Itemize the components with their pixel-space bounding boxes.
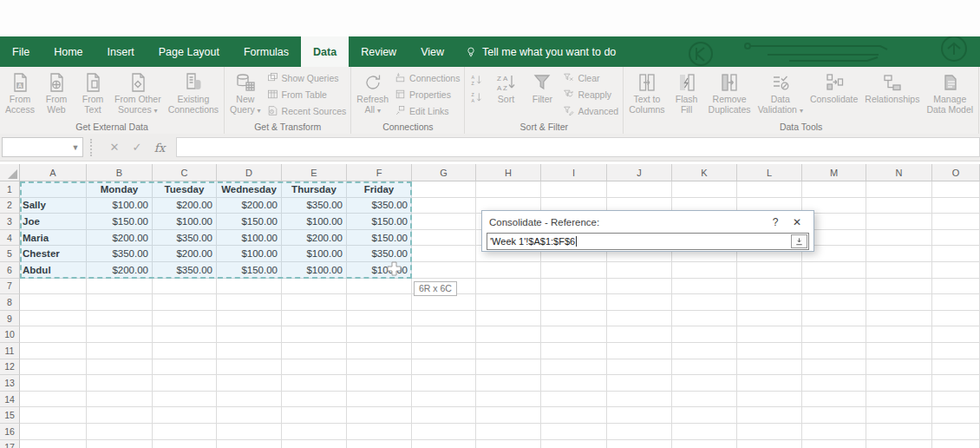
cell-B8[interactable] <box>87 294 153 311</box>
cell-M13[interactable] <box>802 375 866 392</box>
cell-I13[interactable] <box>541 375 607 392</box>
cell-M7[interactable] <box>802 279 866 295</box>
flash-fill-button[interactable]: FlashFill <box>669 69 705 121</box>
cell-L7[interactable] <box>737 279 802 295</box>
cell-B2[interactable]: $100.00 <box>87 198 153 214</box>
filter-button[interactable]: Filter <box>524 69 560 121</box>
column-header-F[interactable]: F <box>347 164 412 181</box>
cell-B14[interactable] <box>87 392 153 408</box>
cell-F12[interactable] <box>347 359 412 376</box>
cell-N6[interactable] <box>866 262 932 279</box>
cell-A4[interactable]: Maria <box>20 230 87 247</box>
cell-N16[interactable] <box>866 424 932 440</box>
cell-B13[interactable] <box>87 375 153 392</box>
cell-G1[interactable] <box>412 181 476 198</box>
cell-A13[interactable] <box>20 375 87 392</box>
cell-F8[interactable] <box>347 294 412 311</box>
cell-E14[interactable] <box>282 392 347 408</box>
cell-G12[interactable] <box>412 359 476 376</box>
cell-J10[interactable] <box>607 326 672 343</box>
clear-button[interactable]: Clear <box>563 71 618 84</box>
cell-H1[interactable] <box>476 181 541 198</box>
properties-button[interactable]: Properties <box>395 88 460 101</box>
cell-F5[interactable]: $350.00 <box>347 246 412 262</box>
cell-A14[interactable] <box>20 392 87 408</box>
cell-E16[interactable] <box>282 424 347 440</box>
cell-A1[interactable] <box>20 181 87 198</box>
reapply-button[interactable]: Reapply <box>563 88 618 101</box>
row-header-10[interactable]: 10 <box>0 326 20 343</box>
cell-K11[interactable] <box>672 343 737 359</box>
cell-E9[interactable] <box>282 311 347 327</box>
from-other-sources-button[interactable]: From OtherSources ▾ <box>111 69 165 121</box>
row-header-4[interactable]: 4 <box>0 230 20 247</box>
cell-N1[interactable] <box>866 181 932 198</box>
cell-K10[interactable] <box>672 326 737 343</box>
cell-E17[interactable] <box>282 440 347 448</box>
cell-B15[interactable] <box>87 407 153 424</box>
cell-F11[interactable] <box>347 343 412 359</box>
cancel-button[interactable]: ✕ <box>103 138 126 156</box>
cell-C4[interactable]: $350.00 <box>153 230 217 247</box>
formula-input[interactable] <box>176 137 980 157</box>
cell-M16[interactable] <box>802 424 866 440</box>
cell-B9[interactable] <box>87 311 153 327</box>
cell-B3[interactable]: $150.00 <box>87 214 153 230</box>
cell-N14[interactable] <box>866 392 932 408</box>
row-header-7[interactable]: 7 <box>0 279 20 295</box>
cell-D15[interactable] <box>217 407 282 424</box>
cell-K16[interactable] <box>672 424 737 440</box>
row-header-6[interactable]: 6 <box>0 262 20 279</box>
consolidate-button[interactable]: Consolidate <box>807 69 861 121</box>
cell-G2[interactable] <box>412 198 476 214</box>
cell-A10[interactable] <box>20 326 87 343</box>
show-queries-button[interactable]: Show Queries <box>267 71 347 84</box>
cell-A7[interactable] <box>20 279 87 295</box>
cell-H10[interactable] <box>476 326 541 343</box>
enter-button[interactable]: ✓ <box>126 138 148 156</box>
cell-E11[interactable] <box>282 343 347 359</box>
cell-H9[interactable] <box>476 311 541 327</box>
column-header-O[interactable]: O <box>932 164 980 181</box>
cell-O16[interactable] <box>932 424 980 440</box>
cell-O17[interactable] <box>932 440 980 448</box>
cell-O5[interactable] <box>932 246 980 262</box>
cell-L14[interactable] <box>737 392 802 408</box>
refresh-all-button[interactable]: RefreshAll ▾ <box>353 69 392 121</box>
cell-J14[interactable] <box>607 392 672 408</box>
existing-connections-button[interactable]: ExistingConnections <box>165 69 222 121</box>
cell-F9[interactable] <box>347 311 412 327</box>
cell-D11[interactable] <box>217 343 282 359</box>
cell-N17[interactable] <box>866 440 932 448</box>
cell-I16[interactable] <box>541 424 607 440</box>
cell-A15[interactable] <box>20 407 87 424</box>
cell-J9[interactable] <box>607 311 672 327</box>
manage-data-model-button[interactable]: ManageData Model <box>923 69 977 121</box>
cell-F1[interactable]: Friday <box>347 181 412 198</box>
cell-J6[interactable] <box>607 262 672 279</box>
tab-data[interactable]: Data <box>301 36 349 67</box>
column-header-N[interactable]: N <box>866 164 932 181</box>
cell-J17[interactable] <box>607 440 672 448</box>
cell-G5[interactable] <box>412 246 476 262</box>
cell-L1[interactable] <box>737 181 802 198</box>
cell-L16[interactable] <box>737 424 802 440</box>
cell-B17[interactable] <box>87 440 153 448</box>
row-header-8[interactable]: 8 <box>0 294 20 311</box>
cell-C8[interactable] <box>153 294 217 311</box>
cell-H13[interactable] <box>476 375 541 392</box>
connections-button[interactable]: Connections <box>395 71 460 84</box>
cell-M9[interactable] <box>802 311 866 327</box>
cell-A9[interactable] <box>20 311 87 327</box>
cell-G3[interactable] <box>412 214 476 230</box>
cell-H8[interactable] <box>476 294 541 311</box>
cell-L6[interactable] <box>737 262 802 279</box>
dialog-help-button[interactable]: ? <box>765 216 786 228</box>
tab-file[interactable]: File <box>0 36 42 67</box>
column-header-G[interactable]: G <box>412 164 476 181</box>
row-header-15[interactable]: 15 <box>0 407 20 424</box>
cell-C17[interactable] <box>153 440 217 448</box>
cell-A5[interactable]: Chester <box>20 246 87 262</box>
cell-D4[interactable]: $100.00 <box>217 230 282 247</box>
cell-I12[interactable] <box>541 359 607 376</box>
